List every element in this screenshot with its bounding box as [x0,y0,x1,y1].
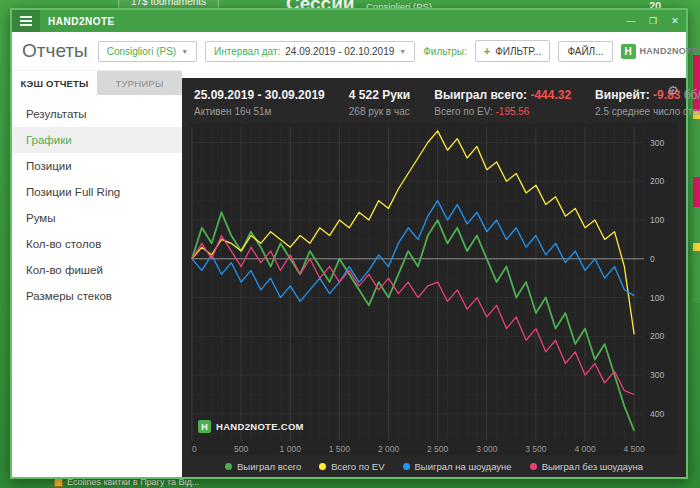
h2n-logo-text: HAND2NOTE.COM [640,46,700,56]
sidebar-item[interactable]: Результаты [12,101,182,127]
tab-cash-reports[interactable]: КЭШ ОТЧЕТЫ [12,71,97,95]
date-interval-select[interactable]: Интервал дат: 24.09.2019 - 02.10.2019 ▼ [205,41,415,62]
y-axis-label: 200 [650,331,664,341]
scroll-stripe [693,177,700,207]
summary-winrate: Винрейт: -9.83 бб/100 2.5 среднее число … [595,88,700,117]
hamburger-menu-icon[interactable] [12,10,40,32]
avg-tables: 2.5 среднее число столов [595,106,700,117]
y-axis-label: 0 [650,254,655,264]
chevron-down-icon: ▼ [181,48,188,55]
summary-dates: 25.09.2019 - 30.09.2019 Активен 16ч 51м [194,88,325,117]
h2n-logo-icon: H [621,44,636,59]
winrate-label: Винрейт: [595,88,650,102]
legend-item[interactable]: Выиграл всего [225,461,301,472]
legend-dot-icon [530,463,537,470]
won-total-value: -444.32 [530,88,571,102]
winrate-line: Винрейт: -9.83 бб/100 [595,88,700,102]
y-axis-label: 400 [650,409,664,419]
x-axis-label: 3 000 [476,444,498,454]
report-list: РезультатыГрафикиПозицииПозиции Full Rin… [12,95,182,309]
hands-count: 4 522 Руки [349,88,410,102]
report-date-range: 25.09.2019 - 30.09.2019 [194,88,325,102]
window-controls: — ❐ ✕ [620,10,686,32]
ev-total-line: Всего по EV: -195.56 [434,106,571,117]
file-button-label: ФАЙЛ... [567,46,603,57]
x-axis-label: 1 500 [329,444,351,454]
legend-label: Всего по EV [331,461,384,472]
summary-winnings: Выиграл всего: -444.32 Всего по EV: -195… [434,88,571,117]
hand2note-logo: H HAND2NOTE.COM [621,44,700,59]
page-title: Отчеты [22,40,88,62]
report-tabs: КЭШ ОТЧЕТЫТУРНИРЫ [12,71,182,95]
sidebar-item[interactable]: Позиции [12,153,182,179]
x-axis-label: 4 000 [574,444,596,454]
y-axis-label: 300 [650,370,664,380]
hands-per-hour: 268 рук в час [349,106,410,117]
y-axis-label: 200 [650,176,664,186]
sidebar-item[interactable]: Кол-во столов [12,231,182,257]
file-button[interactable]: ФАЙЛ... [558,41,612,62]
scroll-stripe [693,207,700,243]
report-active-time: Активен 16ч 51м [194,106,325,117]
h2n-logo-icon: H [198,420,211,433]
summary-hands: 4 522 Руки 268 рук в час [349,88,410,117]
chevron-down-icon: ▼ [399,48,406,55]
filters-label: Фильтры: [423,46,467,57]
x-axis-label: 3 500 [525,444,547,454]
ev-total-value: -195.56 [496,106,530,117]
x-axis-label: 2 500 [427,444,449,454]
scroll-stripe [693,251,700,303]
chart-legend: Выиграл всегоВсего по EVВыиграл на шоуда… [182,455,686,477]
gear-icon[interactable]: ⚙ [667,84,679,97]
watermark-text: HAND2NOTE.COM [216,421,304,432]
legend-dot-icon [225,463,232,470]
close-icon[interactable]: ✕ [664,10,686,32]
date-interval-value: 24.09.2019 - 02.10.2019 [285,46,394,57]
graph-panel: ⚙ 25.09.2019 - 30.09.2019 Активен 16ч 51… [182,78,686,477]
report-summary: 25.09.2019 - 30.09.2019 Активен 16ч 51м … [182,78,686,121]
won-total-label: Выиграл всего: [434,88,527,102]
sidebar-item[interactable]: Румы [12,205,182,231]
legend-label: Выиграл на шоудауне [415,461,512,472]
winrate-units: бб/100 [684,88,700,102]
filter-button-label: ФИЛЬТР... [495,46,541,57]
scroll-stripe [693,119,700,177]
date-interval-label: Интервал дат: [214,46,280,57]
y-axis-label: 100 [650,293,664,303]
x-axis-label: 500 [234,444,248,454]
legend-dot-icon [319,463,326,470]
legend-item[interactable]: Выиграл без шоудауна [530,461,643,472]
x-axis-label: 2 000 [378,444,400,454]
player-select[interactable]: Consigliori (PS) ▼ [98,41,197,62]
content-row: КЭШ ОТЧЕТЫТУРНИРЫ РезультатыГрафикиПозиц… [12,70,686,477]
minimize-icon[interactable]: — [620,10,642,32]
sidebar: КЭШ ОТЧЕТЫТУРНИРЫ РезультатыГрафикиПозиц… [12,70,182,477]
report-toolbar: Отчеты Consigliori (PS) ▼ Интервал дат: … [12,32,686,70]
scroll-stripe [693,243,700,251]
window-title: HAND2NOTE [48,16,115,27]
sidebar-item[interactable]: Графики [12,127,182,153]
maximize-icon[interactable]: ❐ [642,10,664,32]
chart-area[interactable]: 05001 0001 5002 0002 5003 0003 5004 0004… [190,123,678,455]
legend-label: Выиграл без шоудауна [542,461,643,472]
x-axis-label: 0 [192,444,197,454]
sidebar-item[interactable]: Кол-во фишей [12,257,182,283]
tab-tournaments[interactable]: ТУРНИРЫ [97,71,182,95]
y-axis-label: 100 [650,215,664,225]
plus-icon: + [484,45,490,57]
won-total-line: Выиграл всего: -444.32 [434,88,571,102]
player-select-label: Consigliori (PS) [107,46,176,57]
legend-item[interactable]: Выиграл на шоудауне [403,461,512,472]
x-axis-label: 1 000 [280,444,302,454]
y-axis-label: 300 [650,138,664,148]
chart-watermark: H HAND2NOTE.COM [198,420,304,433]
sidebar-item[interactable]: Размеры стеков [12,283,182,309]
sidebar-item[interactable]: Позиции Full Ring [12,179,182,205]
x-axis-label: 4 500 [624,444,646,454]
legend-label: Выиграл всего [237,461,301,472]
add-filter-button[interactable]: + ФИЛЬТР... [475,40,551,62]
legend-dot-icon [403,463,410,470]
titlebar: HAND2NOTE — ❐ ✕ [12,10,686,32]
legend-item[interactable]: Всего по EV [319,461,384,472]
hand2note-window: HAND2NOTE — ❐ ✕ Отчеты Consigliori (PS) … [10,8,688,479]
